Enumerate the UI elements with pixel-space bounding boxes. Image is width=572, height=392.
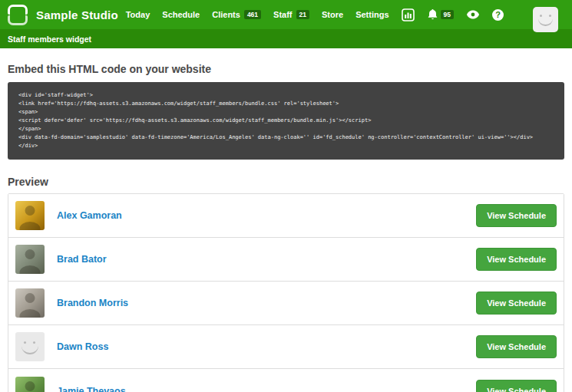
staff-name-link[interactable]: Alex Gamoran: [57, 210, 122, 221]
embed-section-heading: Embed this HTML code on your website: [8, 63, 564, 75]
page-breadcrumb-bar: Staff members widget: [0, 29, 572, 48]
staff-photo-placeholder: [15, 332, 45, 361]
main-nav: Today Schedule Clients 461 Staff 21 Stor…: [126, 8, 539, 21]
embed-code-block[interactable]: <div id='staff-widget'><link href='https…: [8, 82, 564, 160]
code-line: <span>: [18, 108, 554, 117]
staff-photo: [15, 201, 45, 230]
staff-name-link[interactable]: Brad Bator: [57, 254, 107, 265]
view-schedule-button[interactable]: View Schedule: [476, 380, 557, 392]
help-icon[interactable]: ?: [492, 9, 504, 21]
nav-label: Clients: [212, 10, 240, 19]
notifications-count-badge: 95: [441, 10, 454, 19]
staff-photo: [15, 245, 45, 274]
app-header: Sample Studio Today Schedule Clients 461…: [0, 0, 572, 29]
staff-name-link[interactable]: Jamie Thevaos: [57, 386, 126, 392]
staff-preview-list: Alex Gamoran View Schedule Brad Bator Vi…: [8, 193, 564, 392]
staff-count-badge: 21: [296, 10, 309, 19]
nav-item-clients[interactable]: Clients 461: [212, 10, 261, 19]
eye-icon[interactable]: [466, 10, 480, 19]
staff-row: Jamie Thevaos View Schedule: [8, 369, 564, 392]
nav-item-store[interactable]: Store: [322, 10, 343, 19]
view-schedule-button[interactable]: View Schedule: [476, 248, 557, 271]
view-schedule-button[interactable]: View Schedule: [476, 204, 557, 227]
nav-label: Settings: [355, 10, 388, 19]
brand-home-link[interactable]: Sample Studio: [8, 5, 118, 25]
main-content: Embed this HTML code on your website <di…: [0, 63, 572, 392]
nav-item-today[interactable]: Today: [126, 10, 150, 19]
nav-label: Staff: [273, 10, 292, 19]
reports-chart-icon[interactable]: [402, 8, 415, 21]
code-line: </span>: [18, 125, 554, 133]
staff-photo: [15, 288, 45, 318]
preview-section-heading: Preview: [8, 176, 564, 188]
staff-photo: [15, 377, 45, 392]
user-avatar[interactable]: [533, 7, 558, 32]
staff-row: Dawn Ross View Schedule: [8, 325, 564, 369]
notifications-button[interactable]: 95: [427, 8, 454, 21]
brand-name: Sample Studio: [36, 8, 118, 21]
clients-count-badge: 461: [244, 10, 261, 19]
code-line: <div data-fd-domain='samplestudio' data-…: [18, 133, 554, 142]
code-line: <div id='staff-widget'>: [18, 91, 554, 100]
staff-name-link[interactable]: Dawn Ross: [57, 341, 108, 352]
studio-logo-icon: [8, 5, 28, 25]
nav-item-settings[interactable]: Settings: [355, 10, 388, 19]
staff-row: Brad Bator View Schedule: [8, 238, 564, 282]
code-line: <link href='https://fdhq-assets.s3.amazo…: [18, 100, 554, 108]
staff-row: Brandon Morris View Schedule: [8, 282, 564, 325]
bell-icon: [427, 8, 438, 21]
staff-name-link[interactable]: Brandon Morris: [57, 298, 128, 308]
view-schedule-button[interactable]: View Schedule: [476, 292, 557, 315]
code-line: </div>: [18, 142, 554, 150]
nav-item-schedule[interactable]: Schedule: [162, 10, 200, 19]
nav-label: Store: [322, 10, 343, 19]
nav-item-staff[interactable]: Staff 21: [273, 10, 309, 19]
nav-label: Schedule: [162, 10, 200, 19]
staff-row: Alex Gamoran View Schedule: [8, 194, 564, 238]
page-title: Staff members widget: [8, 35, 91, 44]
view-schedule-button[interactable]: View Schedule: [476, 335, 557, 358]
code-line: <script defer='defer' src='https://fdhq-…: [18, 117, 554, 125]
nav-label: Today: [126, 10, 150, 19]
